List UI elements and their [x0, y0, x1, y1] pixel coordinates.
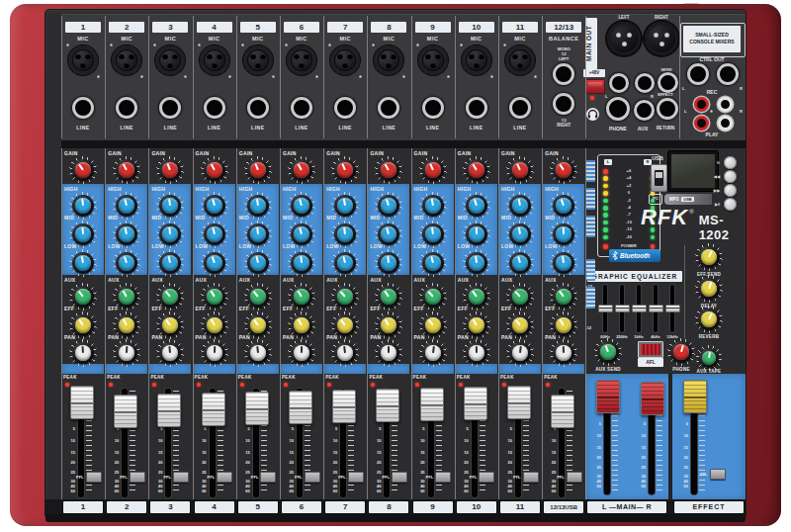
pan-knob[interactable] — [69, 339, 97, 367]
eff-send-knob[interactable] — [695, 243, 723, 271]
pfl-button[interactable] — [305, 472, 320, 483]
low-knob[interactable] — [506, 249, 534, 277]
delay-knob[interactable] — [695, 275, 723, 303]
low-knob[interactable] — [463, 249, 490, 277]
gain-knob[interactable] — [69, 156, 97, 184]
gain-knob[interactable] — [201, 156, 228, 184]
pfl-button[interactable] — [217, 472, 232, 483]
pfl-button[interactable] — [567, 472, 582, 483]
pfl-button[interactable] — [710, 469, 726, 480]
pfl-button[interactable] — [435, 472, 451, 483]
effect-fader[interactable] — [683, 380, 707, 413]
gain-knob[interactable] — [156, 156, 184, 184]
aux-send-label: AUX SEND — [586, 367, 630, 372]
fader-scale-number: 10 — [636, 433, 646, 438]
gain-knob[interactable] — [550, 156, 577, 184]
pan-knob[interactable] — [419, 339, 447, 367]
ctrl-r-label: R — [740, 86, 743, 91]
pan-knob[interactable] — [331, 339, 359, 367]
master-divider — [684, 245, 685, 338]
fader-scale-number: 20 — [636, 455, 646, 460]
line-jack-input — [159, 97, 181, 119]
pfl-button[interactable] — [260, 472, 276, 483]
fader-scale-number: 20 — [591, 455, 601, 460]
gain-knob[interactable] — [375, 156, 402, 184]
pan-knob[interactable] — [288, 339, 315, 367]
phantom-switch[interactable] — [585, 79, 605, 94]
gain-knob[interactable] — [244, 156, 272, 184]
pfl-button[interactable] — [173, 472, 189, 483]
pan-knob[interactable] — [113, 339, 140, 367]
repeat-button[interactable] — [724, 156, 737, 169]
panel-screw — [447, 75, 450, 78]
panel-screw — [490, 75, 493, 78]
eq-slider[interactable] — [615, 305, 630, 312]
low-knob[interactable] — [156, 249, 184, 277]
pan-knob[interactable] — [506, 339, 534, 367]
mic-xlr-input — [418, 45, 448, 75]
channel-fader[interactable] — [551, 395, 574, 428]
gain-knob[interactable] — [463, 156, 490, 184]
return-label: RETURN — [651, 126, 680, 131]
pan-knob[interactable] — [463, 339, 490, 367]
fader-scale-number: 25 — [546, 470, 556, 475]
previous-button[interactable] — [724, 170, 737, 183]
channel-fader[interactable] — [289, 391, 312, 424]
pfl-button[interactable] — [130, 472, 145, 483]
power-led-left — [603, 244, 608, 249]
gain-knob[interactable] — [288, 156, 315, 184]
channel-strip: GAINHIGHMIDLOWAUXEFFPANPEAK0510152025304… — [148, 148, 192, 514]
channel-fader[interactable] — [70, 386, 94, 419]
pfl-button[interactable] — [86, 472, 102, 483]
eq-slider[interactable] — [649, 305, 663, 312]
eq-slider[interactable] — [665, 305, 680, 312]
channel-fader[interactable] — [245, 392, 269, 425]
channel-fader[interactable] — [157, 394, 181, 427]
low-knob[interactable] — [550, 249, 577, 277]
gain-knob[interactable] — [331, 156, 359, 184]
pfl-button[interactable] — [392, 472, 407, 483]
phone-knob[interactable] — [667, 338, 695, 366]
low-knob[interactable] — [419, 249, 447, 277]
xlr-hole — [129, 53, 134, 59]
gain-knob[interactable] — [506, 156, 534, 184]
pan-knob[interactable] — [156, 339, 184, 367]
channel-fader[interactable] — [420, 388, 444, 421]
pan-knob[interactable] — [244, 339, 272, 367]
eq-slider[interactable] — [632, 305, 647, 312]
pfl-button[interactable] — [348, 472, 364, 483]
low-knob[interactable] — [375, 249, 402, 277]
meter-led-left — [603, 199, 608, 204]
gain-knob[interactable] — [419, 156, 447, 184]
channel-fader[interactable] — [464, 387, 487, 420]
low-knob[interactable] — [331, 249, 359, 277]
ctrl-out-r-jack — [717, 63, 739, 85]
gain-knob[interactable] — [113, 156, 140, 184]
channel-fader[interactable] — [507, 386, 531, 419]
pfl-button[interactable] — [523, 472, 539, 483]
reverb-knob[interactable] — [695, 306, 723, 333]
low-knob[interactable] — [288, 249, 315, 277]
main-fader-right[interactable] — [641, 382, 664, 415]
pan-knob[interactable] — [375, 339, 402, 367]
jack-channel-column: 8MICLINE — [367, 16, 410, 138]
eq-slider[interactable] — [598, 305, 613, 312]
pan-knob[interactable] — [201, 339, 228, 367]
aux-send-knob[interactable] — [594, 338, 622, 366]
peak-label: PEAK — [500, 375, 514, 380]
channel-fader[interactable] — [376, 389, 399, 422]
afl-button[interactable] — [638, 341, 663, 358]
mic-xlr-input — [462, 45, 491, 75]
low-knob[interactable] — [113, 249, 140, 277]
low-knob[interactable] — [244, 249, 272, 277]
channel-fader[interactable] — [202, 393, 225, 426]
usb-badge: USB — [681, 197, 693, 202]
next-button[interactable] — [724, 184, 737, 197]
low-knob[interactable] — [69, 249, 97, 277]
main-fader-left[interactable] — [596, 380, 620, 413]
low-knob[interactable] — [201, 249, 228, 277]
pfl-button[interactable] — [479, 472, 494, 483]
channel-fader[interactable] — [332, 390, 356, 423]
pan-knob[interactable] — [550, 339, 577, 367]
channel-fader[interactable] — [114, 395, 137, 428]
